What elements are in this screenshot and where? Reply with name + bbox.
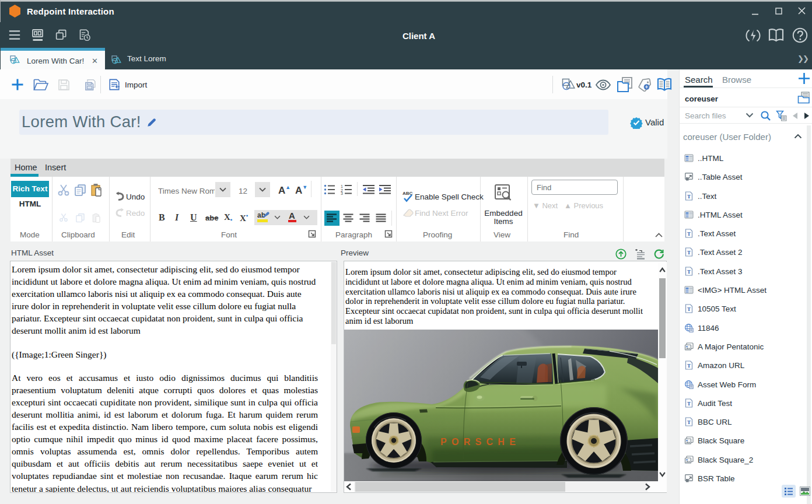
svg-text:3: 3 [341, 191, 343, 195]
svg-text:1: 1 [341, 184, 343, 188]
svg-text:PORSCHE: PORSCHE [440, 437, 517, 447]
